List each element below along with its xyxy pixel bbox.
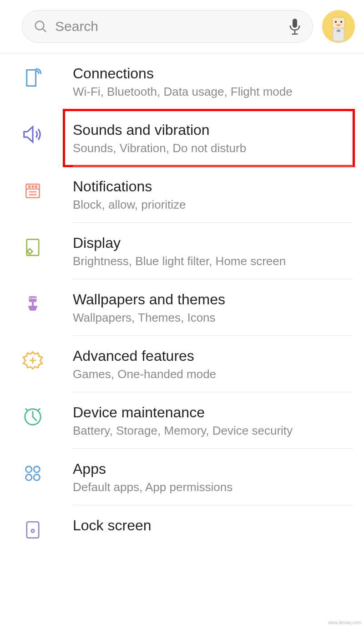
item-title: Connections (73, 65, 355, 82)
settings-item-notifications[interactable]: Notifications Block, allow, prioritize (0, 166, 364, 223)
svg-point-34 (26, 474, 32, 480)
display-icon (22, 236, 44, 258)
svg-point-7 (335, 21, 337, 23)
microphone-icon[interactable] (288, 19, 302, 34)
settings-item-display[interactable]: Display Brightness, Blue light filter, H… (0, 223, 364, 279)
apps-icon (22, 462, 44, 484)
svg-point-37 (31, 529, 35, 533)
settings-item-apps[interactable]: Apps Default apps, App permissions (0, 449, 364, 505)
advanced-icon (22, 349, 44, 371)
watermark: www.deuaq.com (328, 620, 361, 625)
wallpaper-icon (22, 293, 44, 315)
item-title: Display (73, 235, 355, 251)
svg-point-14 (32, 186, 33, 187)
item-subtitle: Default apps, App permissions (73, 480, 355, 494)
svg-point-0 (35, 21, 44, 30)
item-subtitle: Wi-Fi, Bluetooth, Data usage, Flight mod… (73, 85, 355, 99)
settings-item-wallpapers[interactable]: Wallpapers and themes Wallpapers, Themes… (0, 279, 364, 336)
lock-icon (22, 519, 44, 541)
connections-icon (22, 67, 44, 89)
svg-point-19 (28, 249, 32, 253)
svg-rect-6 (332, 17, 345, 28)
header (0, 0, 364, 53)
item-title: Device maintenance (73, 404, 355, 421)
settings-item-maintenance[interactable]: Device maintenance Battery, Storage, Mem… (0, 392, 364, 449)
item-subtitle: Battery, Storage, Memory, Device securit… (73, 424, 355, 438)
svg-rect-25 (30, 298, 31, 299)
item-title: Wallpapers and themes (73, 291, 355, 308)
svg-rect-28 (32, 302, 34, 306)
search-icon (33, 19, 48, 34)
settings-item-lockscreen[interactable]: Lock screen (0, 505, 364, 541)
svg-point-13 (29, 186, 30, 187)
item-subtitle: Wallpapers, Themes, Icons (73, 311, 355, 325)
profile-avatar[interactable] (322, 10, 355, 43)
maintenance-icon (22, 406, 44, 428)
item-title: Advanced features (73, 348, 355, 364)
svg-point-32 (26, 467, 32, 472)
sound-icon (22, 123, 44, 145)
svg-rect-27 (35, 298, 36, 299)
item-title: Lock screen (73, 517, 355, 534)
settings-item-sounds[interactable]: Sounds and vibration Sounds, Vibration, … (0, 110, 364, 166)
svg-rect-26 (32, 298, 34, 299)
settings-item-connections[interactable]: Connections Wi-Fi, Bluetooth, Data usage… (0, 53, 364, 110)
item-subtitle: Brightness, Blue light filter, Home scre… (73, 254, 355, 268)
notifications-icon (22, 180, 44, 202)
svg-point-15 (35, 186, 37, 187)
svg-rect-10 (337, 30, 340, 32)
item-subtitle: Block, allow, prioritize (73, 198, 355, 212)
svg-point-35 (34, 474, 40, 480)
svg-line-1 (43, 29, 46, 32)
svg-point-8 (340, 21, 342, 23)
item-title: Apps (73, 461, 355, 477)
svg-rect-2 (293, 19, 297, 28)
settings-list: Connections Wi-Fi, Bluetooth, Data usage… (0, 53, 364, 541)
search-bar[interactable] (22, 10, 313, 43)
search-input[interactable] (55, 19, 288, 34)
item-title: Notifications (73, 178, 355, 195)
settings-item-advanced[interactable]: Advanced features Games, One-handed mode (0, 336, 364, 392)
item-subtitle: Sounds, Vibration, Do not disturb (73, 141, 355, 155)
svg-point-33 (34, 467, 40, 472)
item-subtitle: Games, One-handed mode (73, 367, 355, 381)
item-title: Sounds and vibration (73, 122, 355, 139)
